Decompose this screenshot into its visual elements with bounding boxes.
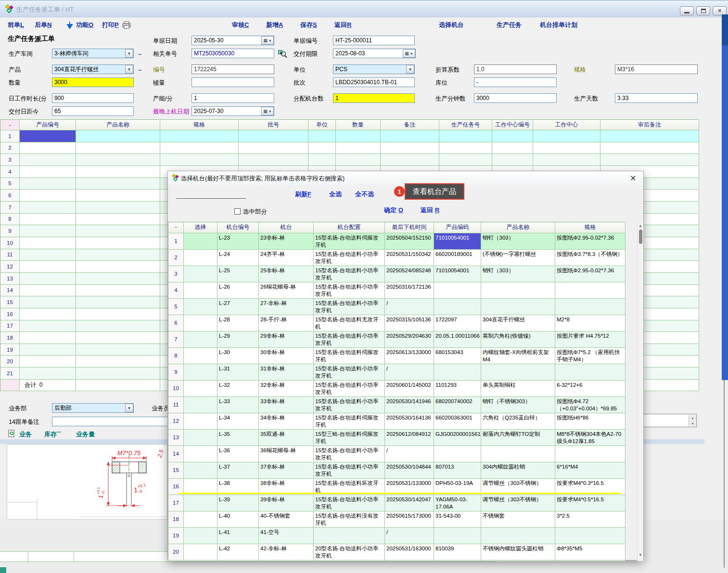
machine-cell[interactable]: L-32 xyxy=(217,381,259,397)
machine-cell[interactable]: 20250613/133000 xyxy=(385,348,434,364)
dept-select[interactable]: 后勤部 xyxy=(52,403,134,413)
machine-cell[interactable]: 15型名扬-自动送料无攻牙机 xyxy=(314,315,385,331)
machine-cell[interactable] xyxy=(555,282,626,299)
main-grid-cell[interactable] xyxy=(76,130,160,142)
machine-cell[interactable]: 20250316/172136 xyxy=(385,282,434,299)
scrollbar-thumb[interactable] xyxy=(639,229,642,244)
machine-row[interactable]: 18L-4040-不锈钢套15型名扬-自动送料没有攻牙机20250615/173… xyxy=(168,511,626,528)
machine-cell[interactable] xyxy=(434,364,481,381)
machine-cell[interactable]: 15型名扬-自动送料伺服攻牙机 xyxy=(314,348,385,364)
machine-row[interactable]: 7L-2929非标-林15型名扬-自动送料小功率攻牙机20250529/2046… xyxy=(168,331,626,348)
machine-cell[interactable]: 6-32*12+6 xyxy=(555,381,626,397)
machine-cell[interactable]: L-39 xyxy=(217,495,259,511)
main-grid-cell[interactable] xyxy=(76,225,160,237)
machine-cell[interactable]: 20250531/150342 xyxy=(385,250,434,266)
machine-schedule-button[interactable]: 机台排单计划 xyxy=(540,21,577,29)
main-grid-cell[interactable] xyxy=(308,154,336,166)
machine-cell[interactable]: 15型名扬-自动送料小功率攻牙机 xyxy=(314,299,385,315)
machine-cell[interactable] xyxy=(434,282,481,299)
main-grid-cell[interactable] xyxy=(76,214,160,226)
machine-cell[interactable]: M8*8不锈钢304本色A2-70级头Φ12厚1.85 xyxy=(555,430,626,446)
machine-cell[interactable]: L-33 xyxy=(217,397,259,413)
machine-cell[interactable] xyxy=(184,413,217,430)
machine-cell[interactable] xyxy=(481,446,555,462)
machine-cell[interactable]: 660150347 xyxy=(434,560,481,561)
machine-cell[interactable]: 20250612/084912 xyxy=(385,430,434,446)
machine-cell[interactable]: 20型名扬-自动送料小功率攻牙机 xyxy=(314,544,385,560)
machine-cell[interactable]: / xyxy=(385,364,434,381)
machine-cell[interactable]: 31非标-林 xyxy=(259,364,314,381)
machine-cell[interactable]: 15型名扬-自动送料伺服攻牙机 xyxy=(314,233,385,250)
main-grid-cell[interactable] xyxy=(20,368,76,380)
machine-cell[interactable]: 15型名扬-自动送料小功率攻牙机 xyxy=(314,495,385,511)
machine-cell[interactable]: 3*2.5 xyxy=(555,511,626,528)
machine-cell[interactable]: 36铜花螺母-林 xyxy=(259,446,314,462)
machine-row-number[interactable]: 2 xyxy=(168,250,184,266)
machine-cell[interactable]: 英制六角柱(铁镀镍) xyxy=(481,331,555,348)
select-all-button[interactable]: 全选 xyxy=(329,190,342,199)
maximize-button[interactable] xyxy=(696,6,710,15)
machine-cell[interactable]: 15型名扬-自动送料小功率攻牙机 xyxy=(314,446,385,462)
dialog-scrollbar[interactable]: ▲ ▼ xyxy=(637,222,643,561)
product-select[interactable]: 304直花手拧螺丝 xyxy=(52,64,134,74)
machine-row[interactable]: 2L-2424齐平-林15型名扬-自动送料小功率攻牙机20250531/1503… xyxy=(168,250,626,266)
machine-cell[interactable]: M2*8 xyxy=(555,315,626,331)
machine-cell[interactable]: 304直花手拧螺丝 xyxy=(481,315,555,331)
main-grid-cell[interactable] xyxy=(492,154,533,166)
main-grid-row-number[interactable]: 5 xyxy=(0,178,20,190)
machine-row-number[interactable]: 11 xyxy=(168,397,184,413)
unit-dropdown-arrow[interactable]: ▼ xyxy=(406,65,414,74)
machine-cell[interactable]: 807013 xyxy=(434,462,481,479)
scrollbar-up-arrow[interactable]: ▲ xyxy=(639,224,642,228)
machine-cell[interactable]: 20250612/103854 xyxy=(385,560,434,561)
machine-cell[interactable]: 15型名扬-自动送料小功率攻牙机 xyxy=(314,266,385,282)
main-grid-cell[interactable] xyxy=(239,130,308,142)
business-refresh-icon[interactable] xyxy=(8,430,15,437)
main-grid-row-number[interactable]: 7 xyxy=(0,202,20,214)
main-grid-cell[interactable] xyxy=(20,332,76,344)
printer-icon[interactable] xyxy=(122,21,131,29)
main-grid-cell[interactable] xyxy=(381,154,439,166)
machine-cell[interactable]: 31-543-00 xyxy=(434,511,481,528)
machine-cell[interactable]: / xyxy=(385,528,434,544)
machine-cell[interactable] xyxy=(184,282,217,299)
machine-cell[interactable] xyxy=(184,430,217,446)
daily-minutes-input[interactable]: 900 xyxy=(52,93,134,103)
machine-cell[interactable]: 20.05.1.00011066 xyxy=(434,331,481,348)
machine-cell[interactable]: 按图片要求 H4.75*12 xyxy=(555,331,626,348)
machine-cell[interactable]: 按图纸Φ10*13(精密件) xyxy=(555,560,626,561)
machine-cell[interactable]: 不锈钢内螺纹圆头圆柱销 xyxy=(481,544,555,560)
machine-row[interactable]: 13L-3535双通-林15型三蛤-自动送料伺服攻牙机20250612/0849… xyxy=(168,430,626,446)
main-grid-cell[interactable] xyxy=(308,130,336,142)
main-grid-cell[interactable] xyxy=(76,166,160,178)
machine-cell[interactable] xyxy=(184,299,217,315)
machine-cell[interactable]: 23非标-林 xyxy=(259,233,314,250)
machine-row[interactable]: 8L-3030非标-林15型名扬-自动送料伺服攻牙机20250613/13300… xyxy=(168,348,626,364)
main-grid-row-number[interactable]: 2 xyxy=(0,142,20,154)
machine-row[interactable]: 10L-3232非标-林15型名扬-自动送料小功率攻牙机20250601/145… xyxy=(168,381,626,397)
main-grid-cell[interactable] xyxy=(76,154,160,166)
main-grid-cell[interactable] xyxy=(76,249,160,261)
machine-cell[interactable] xyxy=(481,528,555,544)
next-doc-button[interactable]: 后单N xyxy=(35,21,51,29)
machine-cell[interactable]: 上头波打螺钉-303 xyxy=(481,560,555,561)
machine-cell[interactable]: 24齐平-林 xyxy=(259,250,314,266)
machine-cell[interactable]: (不锈钢)一字塞打螺丝 xyxy=(481,250,555,266)
doc-no-input[interactable]: HT-25-000011 xyxy=(333,36,415,45)
machine-cell[interactable]: L-24 xyxy=(217,250,259,266)
main-grid-cell[interactable] xyxy=(336,154,381,166)
machine-cell[interactable]: 26铜花螺母-林 xyxy=(259,282,314,299)
machine-cell[interactable]: 销钉（303） xyxy=(481,266,555,282)
machine-cell[interactable]: GJG00200001561 xyxy=(434,430,481,446)
main-grid-row-number[interactable]: 3 xyxy=(0,154,20,166)
machine-cell[interactable]: 34非标-林 xyxy=(259,413,314,430)
machine-row[interactable]: 3L-2525非标-林15型名扬-自动送料小功率攻牙机20250524/0852… xyxy=(168,266,626,282)
machine-cell[interactable]: 660200363001 xyxy=(434,413,481,430)
machine-row-number[interactable]: 7 xyxy=(168,331,184,348)
machine-row[interactable]: 1L-2323非标-林15型名扬-自动送料伺服攻牙机20250504/15215… xyxy=(168,233,626,250)
machine-cell[interactable]: 37非标-林 xyxy=(259,462,314,479)
ok-button[interactable]: 确定 O xyxy=(384,206,403,215)
main-grid-row-number[interactable]: 13 xyxy=(0,273,20,285)
machine-row[interactable]: 12L-3434非标-林15型名扬-自动送料伺服攻牙机20250530/1641… xyxy=(168,413,626,430)
machine-cell[interactable] xyxy=(184,315,217,331)
